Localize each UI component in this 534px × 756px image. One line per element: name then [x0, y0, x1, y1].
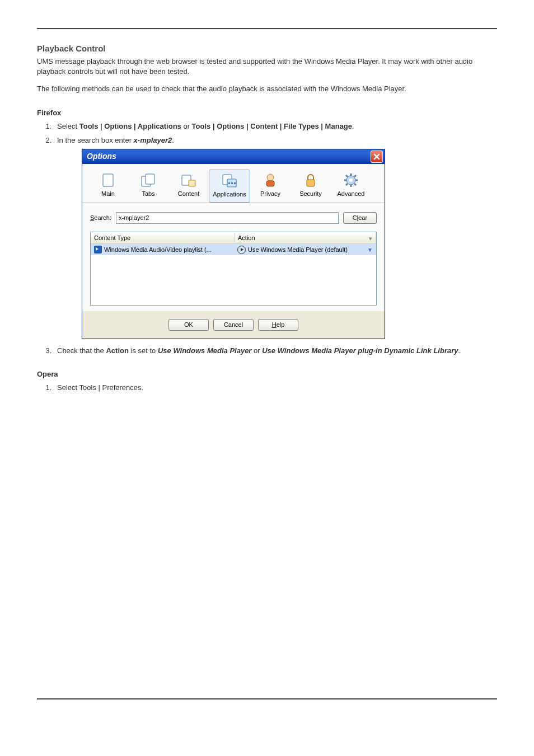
opera-steps: Select Tools | Preferences. — [54, 383, 497, 393]
tab-main-label: Main — [88, 190, 128, 198]
row-action: Use Windows Media Player (default) — [248, 246, 348, 254]
svg-rect-11 — [234, 182, 236, 184]
action-dropdown[interactable]: Use Windows Media Player (default) ▼ — [234, 246, 376, 254]
svg-rect-6 — [189, 180, 195, 186]
firefox-step-3: Check that the Action is set to Use Wind… — [54, 346, 497, 356]
top-rule — [37, 28, 497, 29]
help-button[interactable]: Help — [258, 319, 298, 331]
firefox-heading: Firefox — [37, 109, 497, 117]
opera-heading: Opera — [37, 370, 497, 378]
svg-rect-9 — [228, 182, 230, 184]
search-input[interactable] — [116, 212, 339, 224]
content-icon — [179, 172, 198, 189]
svg-point-16 — [349, 179, 353, 182]
media-file-icon — [94, 246, 102, 253]
svg-line-23 — [354, 175, 356, 177]
clear-button[interactable]: Clear — [343, 212, 377, 224]
intro-paragraph-1: UMS message playback through the web bro… — [37, 57, 497, 76]
svg-rect-13 — [266, 181, 274, 186]
page-title: Playback Control — [37, 44, 497, 53]
svg-line-22 — [354, 184, 356, 185]
close-icon — [373, 153, 380, 160]
close-button[interactable] — [371, 151, 383, 163]
dialog-body: Search: Clear Content Type Action ▾ — [82, 203, 385, 311]
cancel-button[interactable]: Cancel — [213, 319, 254, 331]
dialog-toolbar: Main Tabs Content Applications — [82, 164, 385, 203]
tab-privacy[interactable]: Privacy — [250, 170, 291, 203]
wmp-icon — [237, 246, 246, 254]
firefox-step-1: Select Tools | Options | Applications or… — [54, 121, 497, 132]
tab-content[interactable]: Content — [168, 170, 209, 203]
svg-rect-10 — [231, 182, 233, 184]
applications-list[interactable]: Content Type Action ▾ Windows Media Audi… — [90, 232, 377, 306]
page-icon — [99, 172, 118, 189]
tab-privacy-label: Privacy — [250, 190, 291, 198]
opera-step-1: Select Tools | Preferences. — [54, 383, 497, 393]
ok-button[interactable]: OK — [168, 319, 209, 331]
firefox-step-2: In the search box enter x-mplayer2. Opti… — [54, 135, 497, 339]
tab-applications[interactable]: Applications — [209, 170, 250, 203]
applications-icon — [220, 172, 239, 189]
list-row[interactable]: Windows Media Audio/Video playlist (... … — [91, 244, 376, 255]
tab-content-label: Content — [168, 190, 209, 198]
dialog-title: Options — [87, 151, 116, 162]
gear-icon — [341, 172, 360, 189]
col-content-type[interactable]: Content Type — [91, 232, 235, 244]
intro-paragraph-2: The following methods can be used to che… — [37, 84, 497, 94]
svg-rect-2 — [103, 174, 113, 186]
svg-line-21 — [346, 175, 348, 177]
svg-rect-14 — [307, 180, 315, 186]
bottom-rule — [37, 698, 497, 699]
lock-icon — [301, 172, 320, 189]
col-action[interactable]: Action ▾ — [235, 232, 376, 244]
search-label: Search: — [90, 214, 111, 222]
row-content-type: Windows Media Audio/Video playlist (... — [104, 246, 212, 254]
svg-line-24 — [346, 184, 348, 185]
tab-security[interactable]: Security — [291, 170, 331, 203]
tab-security-label: Security — [291, 190, 331, 198]
tab-tabs-label: Tabs — [128, 190, 168, 198]
firefox-steps: Select Tools | Options | Applications or… — [54, 121, 497, 355]
tab-applications-label: Applications — [209, 190, 250, 199]
chevron-down-icon: ▼ — [367, 246, 373, 254]
tab-advanced[interactable]: Advanced — [331, 170, 371, 203]
options-dialog: Options Main — [82, 149, 385, 339]
privacy-icon — [261, 172, 280, 189]
tab-main[interactable]: Main — [88, 170, 128, 203]
dialog-button-row: OK Cancel Help — [82, 311, 385, 339]
tab-advanced-label: Advanced — [331, 190, 371, 198]
dialog-titlebar: Options — [82, 149, 385, 164]
tab-tabs[interactable]: Tabs — [128, 170, 168, 203]
svg-point-12 — [267, 174, 274, 181]
svg-rect-4 — [146, 174, 154, 184]
sort-icon: ▾ — [369, 234, 372, 243]
list-header: Content Type Action ▾ — [91, 232, 376, 245]
tabs-icon — [139, 172, 158, 189]
